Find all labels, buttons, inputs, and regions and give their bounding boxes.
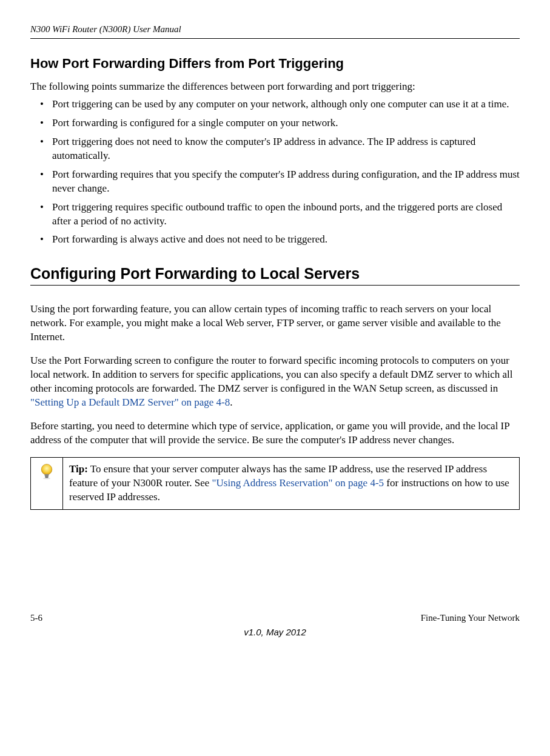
footer-chapter: Fine-Tuning Your Network [421, 613, 520, 623]
svg-rect-2 [45, 476, 49, 477]
svg-point-4 [43, 478, 50, 479]
footer-version: v1.0, May 2012 [30, 627, 520, 637]
section2-para2a: Use the Port Forwarding screen to config… [30, 355, 512, 394]
doc-title: N300 WiFi Router (N300R) User Manual [30, 24, 520, 35]
section2-para1: Using the port forwarding feature, you c… [30, 303, 520, 344]
section1-bullets: Port triggering can be used by any compu… [30, 98, 520, 247]
tip-label: Tip: [69, 463, 88, 475]
list-item: Port triggering does not need to know th… [35, 135, 520, 163]
section2-para2b: . [230, 396, 232, 408]
link-dmz-server[interactable]: "Setting Up a Default DMZ Server" on pag… [30, 396, 230, 408]
section1-intro: The following points summarize the diffe… [30, 80, 520, 94]
section1-heading: How Port Forwarding Differs from Port Tr… [30, 56, 520, 72]
section2-heading: Configuring Port Forwarding to Local Ser… [30, 265, 520, 283]
section2-para3: Before starting, you need to determine w… [30, 420, 520, 447]
list-item: Port forwarding is configured for a sing… [35, 116, 520, 130]
lightbulb-icon [38, 463, 55, 480]
list-item: Port forwarding is always active and doe… [35, 233, 520, 247]
link-address-reservation[interactable]: "Using Address Reservation" on page 4-5 [212, 477, 384, 489]
footer-page-number: 5-6 [30, 613, 42, 623]
tip-icon-cell [31, 458, 63, 509]
list-item: Port forwarding requires that you specif… [35, 168, 520, 196]
page-footer: 5-6 Fine-Tuning Your Network v1.0, May 2… [30, 613, 520, 637]
tip-box: Tip: To ensure that your server computer… [30, 457, 520, 510]
header-rule [30, 38, 520, 39]
svg-rect-3 [45, 477, 48, 478]
svg-point-0 [41, 464, 52, 475]
section2-para2: Use the Port Forwarding screen to config… [30, 354, 520, 410]
svg-rect-1 [45, 474, 49, 476]
tip-text: Tip: To ensure that your server computer… [63, 458, 519, 509]
list-item: Port triggering requires specific outbou… [35, 201, 520, 229]
section2-rule [30, 285, 520, 286]
list-item: Port triggering can be used by any compu… [35, 98, 520, 112]
